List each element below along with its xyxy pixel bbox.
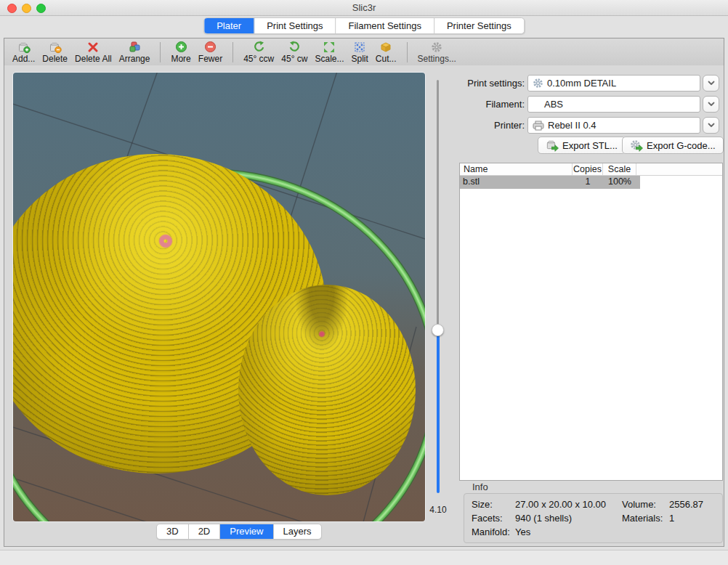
printer-icon (533, 121, 544, 131)
model-object-small[interactable] (238, 285, 416, 495)
more-icon (175, 41, 187, 54)
print-settings-dropdown-button[interactable] (703, 75, 719, 92)
print-settings-label: Print settings: (459, 75, 525, 92)
tab-filament-settings[interactable]: Filament Settings (336, 18, 434, 33)
tab-plater[interactable]: Plater (204, 18, 254, 33)
column-header-filler (636, 163, 722, 175)
toolbar: Add... Delete Delete All Arrange More (4, 38, 724, 66)
toolbar-separator (232, 42, 233, 62)
column-header-copies: Copies (573, 163, 603, 175)
tab-printer-settings[interactable]: Printer Settings (434, 18, 524, 33)
filament-label: Filament: (459, 96, 525, 113)
column-header-scale: Scale (603, 163, 636, 175)
rotate-ccw-icon (253, 41, 265, 54)
chevron-down-icon (708, 123, 715, 128)
toolbar-separator (407, 42, 408, 62)
info-panel: Size: 27.00 x 20.00 x 10.00 Volume: 2556… (464, 493, 723, 543)
scale-icon (323, 41, 335, 54)
layer-slider-thumb[interactable] (432, 324, 444, 336)
toolbar-separator (160, 42, 161, 62)
table-row[interactable]: b.stl 1 100% (460, 176, 640, 189)
window: Slic3r Plater Print Settings Filament Se… (0, 0, 728, 565)
export-gcode-icon (630, 139, 643, 152)
view-tab-layers[interactable]: Layers (274, 524, 321, 539)
column-header-name: Name (460, 163, 573, 175)
layer-slider-fill[interactable] (437, 330, 440, 493)
cut-icon (379, 41, 392, 54)
rotate-cw-button[interactable]: 45° cw (281, 41, 307, 64)
view-tab-2d[interactable]: 2D (189, 524, 221, 539)
export-stl-button[interactable]: Export STL... (538, 137, 626, 154)
print-settings-select[interactable]: 0.10mm DETAIL (527, 75, 700, 92)
manifold-label: Manifold: (472, 527, 510, 537)
fewer-button[interactable]: Fewer (198, 41, 222, 64)
printer-select[interactable]: Rebel II 0.4 (527, 117, 700, 134)
tab-print-settings[interactable]: Print Settings (254, 18, 336, 33)
title-bar: Slic3r (0, 0, 728, 16)
tab-bar: Plater Print Settings Filament Settings … (203, 17, 525, 34)
view-tab-preview[interactable]: Preview (220, 524, 273, 539)
export-stl-icon (546, 139, 559, 152)
more-button[interactable]: More (171, 41, 190, 64)
delete-button[interactable]: Delete (42, 41, 68, 64)
window-title: Slic3r (0, 0, 728, 16)
object-table-header: Name Copies Scale (460, 163, 722, 176)
view-mode-tabs: 3D 2D Preview Layers (156, 524, 322, 540)
volume-label: Volume: (622, 499, 656, 510)
materials-value: 1 (669, 513, 674, 524)
delete-box-icon (49, 41, 62, 54)
fewer-icon (204, 41, 217, 54)
settings-gear-icon (431, 41, 442, 54)
facets-label: Facets: (472, 513, 503, 524)
arrange-icon (129, 41, 141, 54)
settings-button[interactable]: Settings... (418, 41, 456, 64)
export-gcode-button[interactable]: Export G-code... (622, 137, 724, 154)
status-bar (0, 550, 728, 565)
chevron-down-icon (708, 81, 715, 86)
filament-select[interactable]: ABS (527, 96, 700, 113)
layer-slider-track[interactable] (437, 80, 439, 325)
facets-value: 940 (1 shells) (515, 513, 572, 524)
size-label: Size: (472, 499, 493, 510)
delete-all-icon (87, 41, 99, 54)
chevron-down-icon (708, 102, 715, 107)
info-section-title: Info (472, 481, 488, 492)
split-button[interactable]: Split (351, 41, 368, 64)
view-tab-3d[interactable]: 3D (157, 524, 189, 539)
volume-value: 2556.87 (669, 499, 703, 510)
rotate-cw-icon (288, 41, 301, 54)
printer-dropdown-button[interactable] (703, 117, 719, 134)
filament-dropdown-button[interactable] (703, 96, 719, 113)
arrange-button[interactable]: Arrange (119, 41, 150, 64)
seam-marker-large (155, 231, 176, 251)
size-value: 27.00 x 20.00 x 10.00 (515, 499, 606, 510)
add-box-icon (17, 41, 31, 54)
rotate-ccw-button[interactable]: 45° ccw (243, 41, 274, 64)
layer-slider-value: 4.10 (426, 505, 450, 515)
viewport-3d[interactable] (13, 73, 425, 521)
manifold-value: Yes (515, 527, 530, 537)
object-table[interactable]: Name Copies Scale b.stl 1 100% (459, 163, 723, 481)
split-icon (354, 41, 365, 54)
cut-button[interactable]: Cut... (376, 41, 397, 64)
materials-label: Materials: (622, 513, 663, 524)
scale-button[interactable]: Scale... (315, 41, 344, 64)
gear-icon (533, 78, 543, 89)
add-button[interactable]: Add... (12, 41, 35, 64)
delete-all-button[interactable]: Delete All (75, 41, 112, 64)
seam-marker-small (318, 330, 325, 338)
printer-label: Printer: (459, 117, 525, 134)
